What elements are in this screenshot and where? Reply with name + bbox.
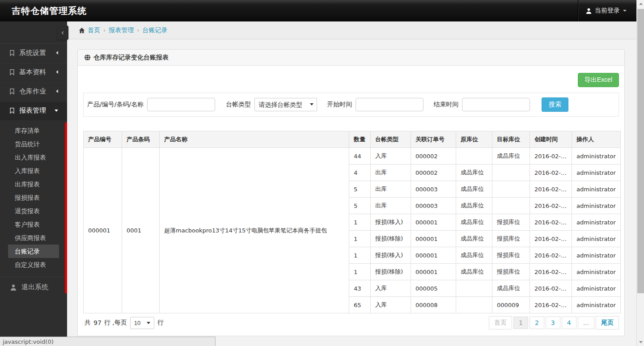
sidebar-submenu-item[interactable]: 库存清单: [0, 124, 62, 137]
cell-ledger-type: 入库: [371, 297, 411, 313]
cell-operator: administrator: [572, 198, 621, 214]
page-button[interactable]: 3: [546, 316, 560, 329]
sidebar-submenu-item[interactable]: 报损报表: [0, 191, 62, 204]
scroll-up-button[interactable]: [637, 0, 644, 8]
column-header: 产品编号: [84, 131, 122, 148]
active-menu-rail: [65, 122, 67, 293]
chevron-down-icon: [55, 110, 58, 114]
user-menu[interactable]: 当前登录: [578, 0, 636, 21]
cell-quantity: 4: [349, 165, 371, 181]
sidebar-item-system-settings[interactable]: 系统设置: [0, 43, 67, 63]
sidebar-submenu-item[interactable]: 货品统计: [0, 137, 62, 151]
status-text: javascript:void(0): [3, 338, 54, 345]
sidebar-item-reports[interactable]: 报表管理: [0, 101, 67, 120]
app-title: 吉特仓储管理系统: [0, 5, 87, 17]
sidebar-submenu-item[interactable]: 自定义报表: [0, 258, 62, 271]
sidebar-submenu-item[interactable]: 台账记录: [8, 245, 59, 258]
sidebar-submenu-item[interactable]: 退货报表: [0, 204, 62, 218]
start-time-input[interactable]: [356, 98, 424, 111]
cell-created-date: 2016-02-12: [530, 165, 572, 181]
cell-order-no: 000003: [411, 181, 456, 198]
bookmark-icon: [9, 69, 15, 76]
cell-quantity: 1: [349, 247, 371, 264]
ledger-type-select[interactable]: 请选择台帐类型: [254, 98, 317, 111]
cell-target-location: 报损库位: [492, 247, 530, 264]
cell-created-date: 2016-02-13: [530, 247, 572, 264]
cell-target-location: 000009: [492, 297, 530, 313]
sidebar-submenu-item[interactable]: 客户报表: [0, 218, 62, 231]
cell-source-location: 成品库位: [456, 198, 492, 214]
total-rows: 97: [93, 319, 102, 326]
page-button[interactable]: 2: [530, 316, 544, 329]
breadcrumb-home[interactable]: 首页: [88, 26, 100, 34]
product-name: 超薄macbookpro13寸14寸15寸电脑包苹果笔记本商务手提包: [160, 148, 349, 313]
cell-target-location: 报损库位: [492, 264, 530, 280]
sidebar-submenu-item[interactable]: 供应商报表: [0, 231, 62, 245]
sidebar-submenu: 库存清单货品统计出入库报表入库报表出库报表报损报表退货报表客户报表供应商报表台账…: [0, 120, 67, 276]
cell-source-location: [456, 297, 492, 313]
cell-order-no: 000005: [411, 280, 456, 297]
breadcrumb-reports[interactable]: 报表管理: [109, 26, 134, 34]
cell-target-location: [492, 165, 530, 181]
per-page-select[interactable]: 10: [130, 317, 154, 329]
column-header: 原库位: [456, 131, 492, 148]
cell-operator: administrator: [572, 280, 621, 297]
chevron-left-icon: [54, 89, 58, 93]
user-menu-label: 当前登录: [595, 7, 620, 15]
column-header: 关联订单号: [411, 131, 456, 148]
cell-order-no: 000001: [411, 264, 456, 280]
cell-ledger-type: 报损(移除): [371, 264, 411, 280]
column-header: 台帐类型: [371, 131, 411, 148]
sidebar-item-logout[interactable]: 退出系统: [0, 277, 67, 297]
sidebar-submenu-item[interactable]: 入库报表: [0, 164, 62, 177]
cell-operator: administrator: [572, 297, 621, 313]
cell-ledger-type: 入库: [371, 280, 411, 297]
cell-order-no: 000002: [411, 148, 456, 165]
sidebar-item-basic-data[interactable]: 基本资料: [0, 63, 67, 82]
page-button[interactable]: 4: [562, 316, 576, 329]
sidebar-item-warehouse-ops[interactable]: 仓库作业: [0, 82, 67, 101]
sidebar: 系统设置 基本资料 仓库作业 报表管理 库存清单货品统计出入库报表入库报表出库报…: [0, 21, 67, 346]
cell-quantity: 1: [349, 214, 371, 231]
browser-status-bar: javascript:void(0): [0, 337, 216, 346]
bookmark-icon: [9, 50, 15, 56]
sidebar-submenu-item[interactable]: 出入库报表: [0, 151, 62, 164]
breadcrumb: 首页 › 报表管理 › 台账记录: [67, 21, 636, 39]
cell-target-location: [492, 181, 530, 198]
column-header: 数量: [349, 131, 371, 148]
cell-ledger-type: 报损(移入): [371, 214, 411, 231]
search-button[interactable]: 搜索: [542, 97, 568, 112]
cell-source-location: [456, 280, 492, 297]
ledger-table: 产品编号产品条码产品名称数量台帐类型关联订单号原库位目标库位创建时间操作人 00…: [83, 131, 621, 313]
first-page-button: 首页: [489, 316, 512, 329]
cell-order-no: 000002: [411, 165, 456, 181]
cell-order-no: 000003: [411, 198, 456, 214]
cell-order-no: 000001: [411, 247, 456, 264]
cell-quantity: 5: [349, 198, 371, 214]
cell-operator: administrator: [572, 181, 621, 198]
end-time-input[interactable]: [462, 98, 530, 111]
cell-source-location: 成品库位: [456, 214, 492, 231]
chevron-left-icon: [54, 51, 58, 55]
cell-created-date: 2016-02-13: [530, 231, 572, 247]
sidebar-submenu-item[interactable]: 出库报表: [0, 177, 62, 191]
keyword-input[interactable]: [147, 98, 215, 111]
export-excel-button[interactable]: 导出Excel: [578, 73, 619, 87]
vertical-scrollbar[interactable]: [636, 0, 644, 346]
scrollbar-thumb[interactable]: [637, 9, 644, 293]
cell-quantity: 1: [349, 231, 371, 247]
scroll-down-button[interactable]: [637, 338, 644, 346]
product-code: 000001: [84, 148, 122, 313]
cell-source-location: 成品库位: [456, 231, 492, 247]
current-page-button: 1: [513, 316, 528, 329]
ledger-type-label: 台帐类型: [226, 101, 251, 109]
table-row: 0000010001超薄macbookpro13寸14寸15寸电脑包苹果笔记本商…: [84, 148, 621, 165]
last-page-button[interactable]: 尾页: [596, 316, 619, 329]
cell-operator: administrator: [572, 165, 621, 181]
sidebar-collapse-button[interactable]: ‹: [57, 25, 68, 40]
bookmark-icon: [9, 88, 15, 95]
breadcrumb-ledger[interactable]: 台账记录: [142, 26, 167, 34]
cell-operator: administrator: [572, 214, 621, 231]
column-header: 创建时间: [530, 131, 572, 148]
cell-target-location: 报损库位: [492, 231, 530, 247]
